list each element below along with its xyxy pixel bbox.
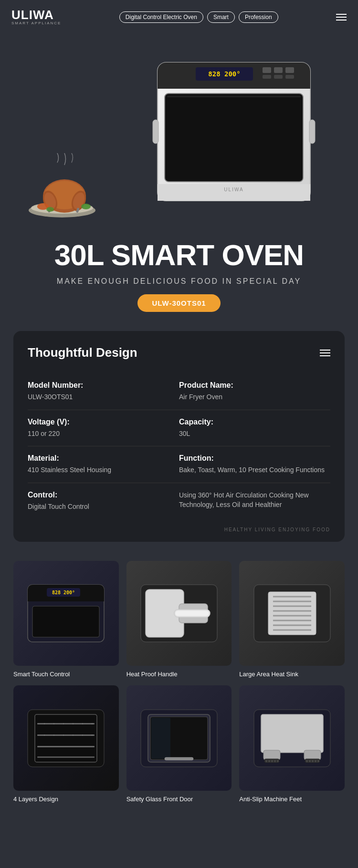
spec-desc-value: Using 360° Hot Air Circulation Cooking N…: [179, 491, 330, 509]
svg-rect-55: [37, 734, 95, 736]
feature-image-feet: [239, 685, 345, 791]
svg-rect-25: [167, 96, 301, 97]
svg-rect-57: [37, 756, 95, 758]
svg-rect-53: [35, 714, 97, 762]
svg-rect-84: [304, 750, 321, 760]
hero-image: 828 200° ULIWA: [0, 48, 358, 229]
spec-product-label: Product Name:: [179, 381, 330, 390]
nav-tag-smart[interactable]: Smart: [207, 11, 235, 23]
svg-rect-27: [158, 193, 310, 201]
spec-voltage-label: Voltage (V):: [28, 418, 179, 426]
svg-rect-74: [165, 757, 193, 760]
heatsink-icon: [249, 580, 335, 647]
logo-sub: SMART APPLIANCE: [11, 21, 61, 25]
hero-subtitle: MAKE ENOUGH DELICIOUS FOOD IN SPECIAL DA…: [19, 277, 339, 286]
svg-text:ULIWA: ULIWA: [224, 187, 243, 192]
svg-rect-77: [263, 750, 280, 760]
spec-function: Function: Bake, Toast, Warm, 10 Preset C…: [179, 446, 330, 483]
spec-control: Control: Digital Touch Control: [28, 483, 179, 519]
spec-material: Material: 410 Stainless Steel Housing: [28, 446, 179, 483]
spec-product-value: Air Fryer Oven: [179, 393, 330, 402]
spec-material-value: 410 Stainless Steel Housing: [28, 465, 179, 475]
feature-image-handle: [126, 561, 232, 666]
menu-icon[interactable]: [336, 14, 347, 21]
spec-card-title: Thoughtful Design: [28, 345, 137, 360]
feature-image-heatsink: [239, 561, 345, 666]
feature-label-heatsink: Large Area Heat Sink: [239, 671, 345, 678]
hero-section: 828 200° ULIWA 30L SMART OVEN MAKE ENOUG…: [0, 34, 358, 331]
feature-label-handle: Heat Proof Handle: [126, 671, 232, 678]
touch-control-icon: 828 200°: [23, 580, 109, 647]
feature-label-layers: 4 Layers Design: [13, 796, 119, 803]
header: ULIWA SMART APPLIANCE Digital Control El…: [0, 0, 358, 34]
svg-rect-23: [285, 75, 294, 79]
spec-capacity-value: 30L: [179, 429, 330, 439]
spec-control-label: Control:: [28, 491, 179, 499]
hero-model-button[interactable]: ULW-30OTS01: [137, 294, 220, 312]
svg-rect-76: [261, 714, 323, 753]
svg-text:828 200°: 828 200°: [208, 70, 240, 78]
svg-rect-30: [309, 120, 315, 144]
spec-material-label: Material:: [28, 454, 179, 463]
spec-description: Using 360° Hot Air Circulation Cooking N…: [179, 483, 330, 519]
feature-glass-door: Safety Glass Front Door: [126, 685, 232, 803]
feature-label-glass: Safety Glass Front Door: [126, 796, 232, 803]
feature-heat-sink: Large Area Heat Sink: [239, 561, 345, 678]
nav-tag-profession[interactable]: Profession: [239, 11, 278, 23]
feature-heat-handle: Heat Proof Handle: [126, 561, 232, 678]
oven-illustration: 828 200° ULIWA: [148, 58, 320, 210]
feature-image-glass: [126, 685, 232, 791]
nav-tags: Digital Control Electric Oven Smart Prof…: [119, 11, 278, 23]
spec-card-header: Thoughtful Design: [28, 345, 330, 360]
layers-icon: [23, 705, 109, 772]
feature-feet: Anti-Slip Machine Feet: [239, 685, 345, 803]
svg-rect-36: [32, 606, 99, 637]
spec-control-value: Digital Touch Control: [28, 502, 179, 512]
nav-tag-digital[interactable]: Digital Control Electric Oven: [119, 11, 203, 23]
feet-icon: [249, 705, 335, 772]
svg-rect-54: [37, 723, 95, 724]
svg-rect-29: [153, 120, 158, 144]
spec-product-name: Product Name: Air Fryer Oven: [179, 373, 330, 410]
svg-rect-41: [175, 610, 209, 616]
spec-menu-icon[interactable]: [320, 350, 330, 356]
feature-image-layers: [13, 685, 119, 791]
feature-label-touch: Smart Touch Control: [13, 671, 119, 678]
spec-voltage: Voltage (V): 110 or 220: [28, 410, 179, 446]
svg-rect-19: [274, 67, 283, 73]
glass-door-icon: [136, 705, 222, 772]
spec-model-label: Model Number:: [28, 381, 179, 390]
svg-text:828 200°: 828 200°: [52, 590, 75, 595]
feature-grid: 828 200° Smart Touch Control Heat Proof …: [0, 556, 358, 822]
spec-footer: HEALTHY LIVING ENJOYING FOOD: [28, 527, 330, 532]
svg-rect-56: [37, 746, 95, 747]
spec-grid: Model Number: ULW-30OTS01 Product Name: …: [28, 373, 330, 519]
spec-capacity: Capacity: 30L: [179, 410, 330, 446]
hero-title: 30L SMART OVEN: [19, 239, 339, 271]
svg-rect-20: [285, 67, 294, 73]
svg-rect-43: [268, 592, 316, 635]
hero-text: 30L SMART OVEN MAKE ENOUGH DELICIOUS FOO…: [0, 229, 358, 331]
spec-card: Thoughtful Design Model Number: ULW-30OT…: [13, 331, 345, 541]
spec-model-value: ULW-30OTS01: [28, 393, 179, 402]
feature-label-feet: Anti-Slip Machine Feet: [239, 796, 345, 803]
spec-voltage-value: 110 or 220: [28, 429, 179, 439]
spec-function-value: Bake, Toast, Warm, 10 Preset Cooking Fun…: [179, 465, 330, 475]
svg-point-11: [81, 204, 91, 209]
logo-text: ULIWA: [11, 9, 61, 21]
feature-image-touch: 828 200°: [13, 561, 119, 666]
svg-rect-24: [165, 93, 303, 182]
logo: ULIWA SMART APPLIANCE: [11, 9, 61, 25]
food-decoration: [24, 153, 100, 220]
spec-function-label: Function:: [179, 454, 330, 463]
spec-model-number: Model Number: ULW-30OTS01: [28, 373, 179, 410]
svg-rect-18: [263, 67, 271, 73]
feature-layers: 4 Layers Design: [13, 685, 119, 803]
spec-capacity-label: Capacity:: [179, 418, 330, 426]
svg-rect-22: [274, 75, 283, 79]
handle-icon: [136, 580, 222, 647]
svg-point-12: [46, 207, 54, 212]
svg-rect-21: [263, 75, 271, 79]
svg-rect-73: [151, 718, 170, 759]
feature-smart-touch: 828 200° Smart Touch Control: [13, 561, 119, 678]
